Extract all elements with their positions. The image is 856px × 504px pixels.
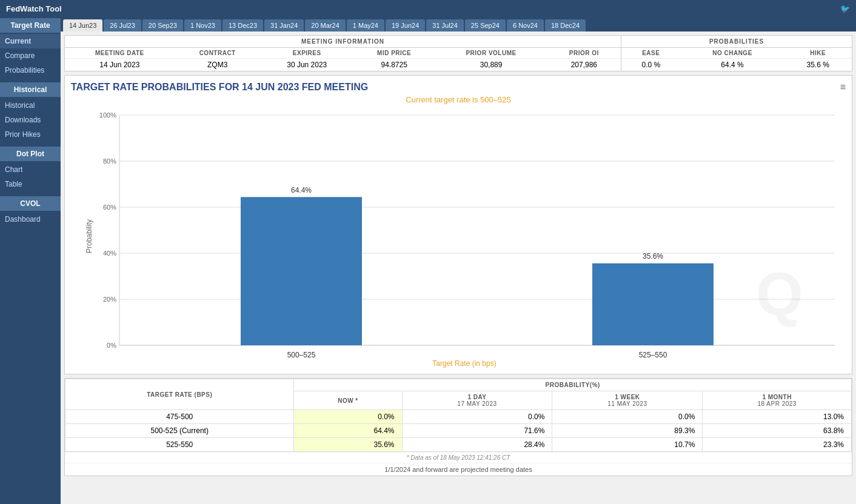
1month-525-550: 23.3% xyxy=(703,438,852,452)
val-hike: 35.6 % xyxy=(784,59,852,71)
1week-475-500: 0.0% xyxy=(552,410,703,424)
tab-1Nov23[interactable]: 1 Nov23 xyxy=(184,19,221,31)
rate-475-500: 475-500 xyxy=(65,410,294,424)
sidebar-item-dashboard[interactable]: Dashboard xyxy=(0,212,61,227)
tab-26Jul23[interactable]: 26 Jul23 xyxy=(104,19,141,31)
hamburger-menu-icon[interactable]: ≡ xyxy=(840,82,846,93)
col-hike: HIKE xyxy=(784,48,852,59)
meeting-info-header: MEETING INFORMATION xyxy=(65,36,621,48)
sidebar-item-prior-hikes[interactable]: Prior Hikes xyxy=(0,127,61,142)
now-500-525: 64.4% xyxy=(294,424,402,438)
tab-20Mar24[interactable]: 20 Mar24 xyxy=(305,19,345,31)
svg-text:80%: 80% xyxy=(103,158,116,165)
sidebar-item-chart[interactable]: Chart xyxy=(0,162,61,177)
col-ease: EASE xyxy=(621,48,681,59)
tab-13Dec23[interactable]: 13 Dec23 xyxy=(222,19,263,31)
val-no-change: 64.4 % xyxy=(681,59,784,71)
dot-plot-section-btn[interactable]: Dot Plot xyxy=(0,147,61,161)
cvol-section-btn[interactable]: CVOL xyxy=(0,196,61,211)
now-475-500: 0.0% xyxy=(294,410,402,424)
val-ease: 0.0 % xyxy=(621,59,681,71)
svg-text:525–550: 525–550 xyxy=(639,351,667,359)
sidebar-item-downloads[interactable]: Downloads xyxy=(0,113,61,127)
table-row: 475-500 0.0% 0.0% 0.0% 13.0% xyxy=(65,410,852,424)
col-meeting-date: MEETING DATE xyxy=(65,48,175,59)
svg-text:35.6%: 35.6% xyxy=(643,252,663,260)
footnote: * Data as of 18 May 2023 12:41:26 CT xyxy=(65,452,852,463)
1day-500-525: 71.6% xyxy=(402,424,552,438)
rate-500-525: 500-525 (Current) xyxy=(65,424,294,438)
svg-text:Q: Q xyxy=(756,260,803,328)
rate-525-550: 525-550 xyxy=(65,438,294,452)
col-mid-price: MID PRICE xyxy=(353,48,435,59)
svg-text:20%: 20% xyxy=(103,296,116,303)
svg-text:64.4%: 64.4% xyxy=(291,186,312,194)
target-rate-col-header: TARGET RATE (BPS) xyxy=(65,379,294,410)
sidebar-item-probabilities[interactable]: Probabilities xyxy=(0,63,61,78)
col-contract: CONTRACT xyxy=(175,48,261,59)
val-mid-price: 94.8725 xyxy=(353,59,435,71)
val-prior-oi: 207,986 xyxy=(547,59,621,71)
tab-25Sep24[interactable]: 25 Sep24 xyxy=(465,19,506,31)
col-1day: 1 DAY 17 MAY 2023 xyxy=(402,391,552,410)
col-prior-volume: PRIOR VOLUME xyxy=(435,48,547,59)
tab-bar: 14 Jun2326 Jul2320 Sep231 Nov2313 Dec233… xyxy=(61,17,856,31)
historical-section-btn[interactable]: Historical xyxy=(0,82,61,97)
1day-475-500: 0.0% xyxy=(402,410,552,424)
col-no-change: NO CHANGE xyxy=(681,48,784,59)
svg-rect-15 xyxy=(241,197,362,345)
twitter-icon: 🐦 xyxy=(840,4,850,13)
col-expires: EXPIRES xyxy=(261,48,353,59)
chart-title: TARGET RATE PROBABILITIES FOR 14 JUN 202… xyxy=(71,82,846,93)
val-meeting-date: 14 Jun 2023 xyxy=(65,59,175,71)
svg-rect-18 xyxy=(592,264,714,345)
1week-525-550: 10.7% xyxy=(552,438,703,452)
svg-text:500–525: 500–525 xyxy=(287,351,316,359)
projected-note: 1/1/2024 and forward are projected meeti… xyxy=(65,463,852,476)
sidebar-item-current[interactable]: Current xyxy=(0,34,61,48)
tab-20Sep23[interactable]: 20 Sep23 xyxy=(142,19,183,31)
tab-31Jan24[interactable]: 31 Jan24 xyxy=(264,19,304,31)
svg-text:Probability: Probability xyxy=(85,219,93,253)
col-1week: 1 WEEK 11 MAY 2023 xyxy=(552,391,703,410)
sidebar-item-table[interactable]: Table xyxy=(0,177,61,191)
app-title: FedWatch Tool xyxy=(6,4,62,13)
val-prior-volume: 30,889 xyxy=(435,59,547,71)
table-row: 525-550 35.6% 28.4% 10.7% 23.3% xyxy=(65,438,852,452)
svg-text:100%: 100% xyxy=(99,111,116,119)
tab-6Nov24[interactable]: 6 Nov24 xyxy=(507,19,544,31)
col-now: NOW * xyxy=(294,391,402,410)
val-expires: 30 Jun 2023 xyxy=(261,59,353,71)
sidebar-item-historical[interactable]: Historical xyxy=(0,98,61,113)
1week-500-525: 89.3% xyxy=(552,424,703,438)
target-rate-btn[interactable]: Target Rate xyxy=(0,18,61,33)
table-row: 500-525 (Current) 64.4% 71.6% 89.3% 63.8… xyxy=(65,424,852,438)
svg-text:40%: 40% xyxy=(103,250,116,257)
chart-subtitle: Current target rate is 500–525 xyxy=(71,95,846,104)
1month-475-500: 13.0% xyxy=(703,410,852,424)
bar-chart: Probability xyxy=(83,109,847,363)
now-525-550: 35.6% xyxy=(294,438,402,452)
svg-text:0%: 0% xyxy=(107,342,116,349)
val-contract: ZQM3 xyxy=(175,59,261,71)
tab-18Dec24[interactable]: 18 Dec24 xyxy=(545,19,586,31)
tab-1May24[interactable]: 1 May24 xyxy=(347,19,384,31)
probability-pct-header: PROBABILITY(%) xyxy=(294,379,852,391)
probabilities-header: PROBABILITIES xyxy=(621,36,852,48)
svg-text:60%: 60% xyxy=(103,204,116,211)
col-prior-oi: PRIOR OI xyxy=(547,48,621,59)
col-1month: 1 MONTH 18 APR 2023 xyxy=(703,391,852,410)
tab-19Jun24[interactable]: 19 Jun24 xyxy=(386,19,425,31)
tab-31Jul24[interactable]: 31 Jul24 xyxy=(426,19,464,31)
1day-525-550: 28.4% xyxy=(402,438,552,452)
sidebar-item-compare[interactable]: Compare xyxy=(0,48,61,63)
tab-14Jun23[interactable]: 14 Jun23 xyxy=(63,19,102,31)
1month-500-525: 63.8% xyxy=(703,424,852,438)
